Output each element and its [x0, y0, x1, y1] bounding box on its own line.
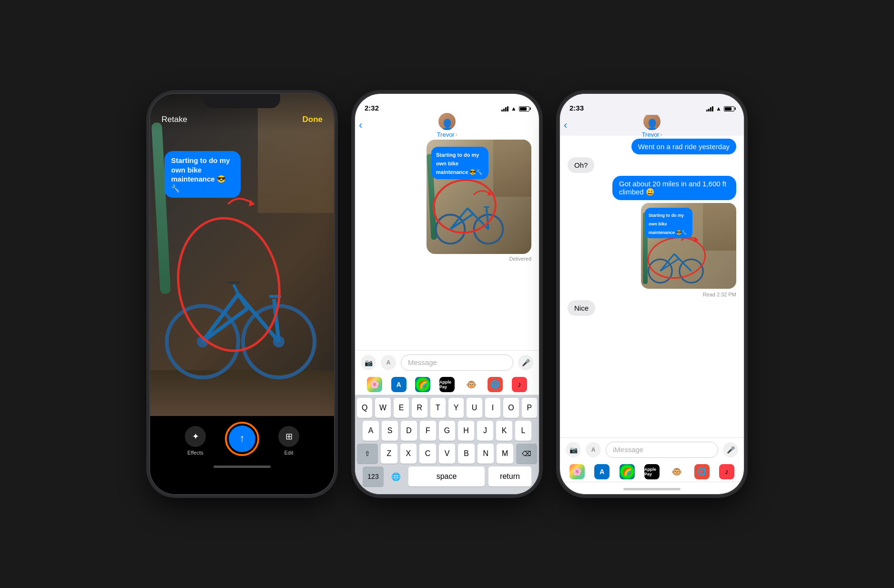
shift-key[interactable]: ⇧ — [357, 444, 378, 464]
key-m[interactable]: M — [497, 444, 513, 464]
camera-icon-button[interactable]: 📷 — [361, 355, 376, 370]
key-f[interactable]: F — [420, 421, 436, 441]
apps-button-3[interactable]: A — [586, 442, 601, 457]
home-indicator — [213, 466, 271, 468]
contact-name-3: Trevor — [642, 131, 660, 138]
key-j[interactable]: J — [477, 421, 493, 441]
input-area-3: 📷 A iMessage 🎤 🌸 A 🌈 Apple Pay 🐵 🌐 ♪ — [560, 437, 744, 494]
back-button[interactable]: ‹ — [359, 119, 362, 132]
photos-app-icon-3[interactable]: 🌸 — [569, 464, 585, 479]
back-button-3[interactable]: ‹ — [564, 119, 567, 132]
key-v[interactable]: V — [439, 444, 456, 464]
memoji-icon-3[interactable]: 🌈 — [620, 464, 635, 479]
key-o[interactable]: O — [503, 398, 518, 418]
key-b[interactable]: B — [458, 444, 475, 464]
apps-icon-button[interactable]: A — [381, 355, 396, 370]
app-store-icon[interactable]: A — [391, 377, 406, 392]
phone-3: 2:33 ↗ ▲ ‹ — [559, 93, 745, 495]
wifi-icon-3: ▲ — [716, 105, 721, 112]
bar1 — [706, 110, 708, 112]
microphone-button-3[interactable]: 🎤 — [723, 442, 738, 457]
send-arrow-icon: ↑ — [240, 432, 245, 445]
key-l[interactable]: L — [515, 421, 531, 441]
camera-message-bubble: Starting to do my own bike maintenance 😎… — [164, 151, 241, 198]
key-c[interactable]: C — [419, 444, 436, 464]
bike-scene: Starting to do my own bike maintenance 😎… — [150, 94, 334, 418]
numbers-key[interactable]: 123 — [363, 466, 384, 487]
key-n[interactable]: N — [477, 444, 494, 464]
delivered-label: Delivered — [509, 256, 531, 262]
key-h[interactable]: H — [458, 421, 474, 441]
monkey-icon-3[interactable]: 🐵 — [669, 464, 684, 479]
web-icon[interactable]: 🌐 — [488, 377, 503, 392]
key-z[interactable]: Z — [381, 444, 397, 464]
bar4 — [712, 106, 713, 112]
music-icon[interactable]: ♪ — [512, 377, 527, 392]
photo-message[interactable]: Starting to do my own bike maintenance 😎… — [427, 140, 531, 254]
key-s[interactable]: S — [382, 421, 398, 441]
app-store-icon-3[interactable]: A — [594, 464, 610, 479]
web-icon-3[interactable]: 🌐 — [694, 464, 710, 479]
effects-tool[interactable]: ✦ Effects — [185, 426, 206, 456]
bike-photo-bubble: Starting to do my own bike maintenance 😎… — [645, 208, 692, 238]
home-bar-3 — [623, 488, 681, 490]
key-y[interactable]: Y — [448, 398, 464, 418]
message-sent-2: Got about 20 miles in and 1,600 ft climb… — [612, 176, 736, 200]
done-button[interactable]: Done — [303, 115, 323, 124]
key-q[interactable]: Q — [357, 398, 372, 418]
delete-key[interactable]: ⌫ — [516, 444, 537, 464]
globe-key[interactable]: 🌐 — [387, 466, 405, 487]
contact-info[interactable]: 👤 Trevor › — [437, 113, 457, 138]
home-indicator-3 — [560, 482, 744, 494]
key-r[interactable]: R — [412, 398, 427, 418]
retake-button[interactable]: Retake — [162, 115, 187, 124]
keyboard-bottom-spacer — [355, 490, 539, 494]
key-k[interactable]: K — [496, 421, 512, 441]
key-g[interactable]: G — [439, 421, 455, 441]
key-d[interactable]: D — [401, 421, 417, 441]
key-e[interactable]: E — [394, 398, 409, 418]
message-input-field[interactable]: Message — [401, 355, 513, 371]
imessage-input-field[interactable]: iMessage — [606, 442, 718, 458]
space-key[interactable]: space — [408, 466, 485, 487]
msg-red-circle — [431, 178, 498, 235]
key-i[interactable]: I — [485, 398, 500, 418]
key-w[interactable]: W — [375, 398, 390, 418]
camera-view: Starting to do my own bike maintenance 😎… — [150, 94, 334, 494]
send-button[interactable]: ↑ — [225, 422, 259, 456]
messages-conversation: 2:33 ↗ ▲ ‹ — [560, 94, 744, 494]
avatar-person-icon-3: 👤 — [646, 120, 659, 130]
microphone-button[interactable]: 🎤 — [518, 355, 533, 370]
key-t[interactable]: T — [430, 398, 446, 418]
keyboard-row-2: A S D F G H J K L — [355, 418, 539, 441]
key-a[interactable]: A — [363, 421, 379, 441]
monkey-icon[interactable]: 🐵 — [464, 377, 479, 392]
messages-with-keyboard: 2:32 ↗ ▲ ‹ — [355, 94, 539, 494]
message-received-1: Oh? — [568, 157, 594, 173]
edit-tool[interactable]: ⊞ Edit — [278, 426, 299, 456]
bar4 — [507, 106, 508, 112]
key-x[interactable]: X — [400, 444, 417, 464]
camera-button-3[interactable]: 📷 — [566, 442, 581, 457]
signal-bars-3 — [706, 106, 713, 112]
key-p[interactable]: P — [522, 398, 537, 418]
bar2 — [708, 109, 710, 112]
msg-bubble-text: Starting to do my own bike maintenance 😎… — [436, 152, 483, 175]
bike-photo-bubble-text: Starting to do my own bike maintenance 😎… — [649, 213, 687, 235]
photos-app-icon[interactable]: 🌸 — [367, 377, 382, 392]
messages-area: Starting to do my own bike maintenance 😎… — [355, 136, 539, 350]
apple-pay-icon[interactable]: Apple Pay — [439, 377, 455, 392]
signal-bars — [501, 106, 508, 112]
contact-info-3[interactable]: 👤 Trevor › — [642, 113, 662, 138]
key-u[interactable]: U — [467, 398, 482, 418]
music-icon-3[interactable]: ♪ — [719, 464, 734, 479]
return-key[interactable]: return — [488, 466, 531, 487]
bar3 — [710, 107, 711, 112]
keyboard-row-3: ⇧ Z X C V B N M ⌫ — [355, 441, 539, 464]
apple-pay-icon-3[interactable]: Apple Pay — [644, 464, 660, 479]
contact-name-row-3: Trevor › — [642, 131, 662, 138]
phone2-screen: 2:32 ↗ ▲ ‹ — [355, 94, 539, 494]
memoji-icon[interactable]: 🌈 — [415, 377, 430, 392]
bike-photo-message[interactable]: Starting to do my own bike maintenance 😎… — [641, 203, 736, 289]
edit-label: Edit — [284, 450, 294, 456]
